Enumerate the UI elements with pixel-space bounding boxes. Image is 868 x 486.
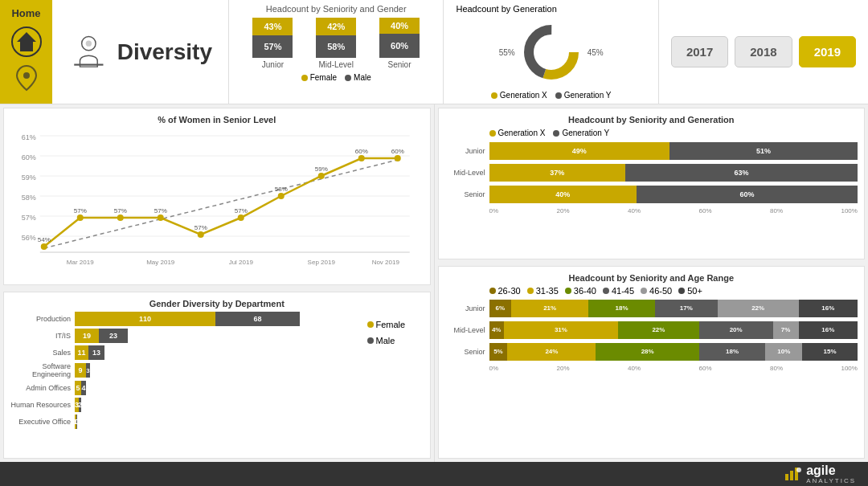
genX-pct: 55% [499, 48, 515, 57]
year-2017-button[interactable]: 2017 [671, 36, 728, 67]
midlevel-age-label: Mid-Level [445, 326, 489, 334]
svg-point-30 [395, 155, 401, 161]
svg-text:Jul 2019: Jul 2019 [229, 259, 254, 266]
right-panel: Headcount by Seniority and Generation Ge… [435, 104, 869, 462]
svg-point-28 [318, 173, 325, 179]
male-legend-dot [345, 75, 351, 81]
headcount-generation-section: Headcount by Generation 55% 45% Generati… [444, 0, 658, 104]
gender-dept-content: Production 110 68 IT/IS 19 23 [10, 312, 424, 431]
svg-text:58%: 58% [275, 186, 288, 193]
age-50plus-dot [678, 288, 685, 294]
svg-text:58%: 58% [22, 194, 36, 202]
age-31-35-label: 31-35 [536, 286, 559, 296]
donut-area: 55% 45% [456, 14, 645, 91]
age-axis-20: 20% [557, 365, 570, 372]
svg-text:Mar 2019: Mar 2019 [67, 259, 94, 266]
genY-seniority-dot [553, 130, 559, 137]
sales-female-bar: 11 [75, 345, 88, 360]
age-50plus-legend: 50+ [678, 286, 702, 296]
midlevel-age-bar: 4% 31% 22% 20% 7% 16% [489, 321, 858, 339]
j-26-30: 6% [489, 300, 512, 317]
junior-gen-label: Junior [445, 147, 489, 155]
admin-row: Admin Offices 5 4 [10, 381, 367, 395]
sales-label: Sales [10, 349, 75, 357]
genY-seniority-label: Generation Y [562, 129, 609, 137]
exec-label: Executive Office [10, 418, 75, 426]
male-dept-legend: Male [367, 336, 424, 345]
m-41-45: 20% [699, 321, 773, 339]
svg-point-25 [198, 231, 204, 238]
age-36-40-label: 36-40 [574, 286, 596, 296]
j-41-45: 17% [655, 300, 718, 317]
svg-point-1 [23, 72, 30, 79]
itis-label: IT/IS [10, 332, 75, 340]
genX-legend-label: Generation X [500, 91, 547, 100]
age-26-30-legend: 26-30 [489, 286, 521, 296]
genY-legend-dot [555, 92, 562, 99]
year-2019-button[interactable]: 2019 [799, 36, 856, 67]
generation-title: Headcount by Generation [456, 4, 645, 14]
se-male-bar: 3 [86, 363, 90, 378]
production-bar-wrapper: 110 68 [75, 312, 367, 326]
admin-bar-wrapper: 5 4 [75, 381, 367, 395]
junior-bar-group: 43% 57% Junior [248, 18, 297, 69]
axis-40: 40% [628, 207, 641, 214]
svg-point-26 [238, 214, 244, 221]
itis-row: IT/IS 19 23 [10, 329, 367, 343]
svg-point-22 [77, 214, 84, 221]
seniority-gender-title: Headcount by Seniority and Gender [241, 4, 431, 14]
se-bar-wrapper: 9 3 [75, 363, 367, 378]
midlevel-genY-seg: 63% [625, 164, 858, 182]
age-41-45-label: 41-45 [612, 286, 634, 296]
junior-age-label: Junior [445, 304, 489, 312]
age-36-40-dot [565, 288, 571, 294]
svg-point-29 [358, 155, 365, 161]
svg-line-20 [44, 160, 398, 248]
hr-label: Human Resources [10, 401, 75, 409]
age-range-title: Headcount by Seniority and Age Range [445, 273, 858, 283]
axis-60: 60% [699, 207, 712, 214]
genY-seniority-legend: Generation Y [553, 129, 609, 137]
women-chart-container: % of Women in Senior Level 61% 60% 59% 5… [3, 108, 431, 285]
genX-legend-dot [491, 92, 497, 99]
senior-age-bar: 5% 24% 28% 18% 10% 15% [489, 343, 858, 361]
svg-text:May 2019: May 2019 [146, 259, 175, 266]
genX-seniority-dot [489, 130, 496, 137]
age-31-35-legend: 31-35 [527, 286, 559, 296]
sales-male-bar: 13 [88, 345, 104, 360]
male-dept-label: Male [376, 336, 395, 345]
junior-label: Junior [262, 60, 284, 69]
women-chart-title: % of Women in Senior Level [10, 115, 424, 125]
headcount-seniority-section: Headcount by Seniority and Gender 43% 57… [229, 0, 444, 104]
seniority-gen-bars: Junior 49% 51% Mid-Level 37% 63% [445, 142, 858, 203]
left-panel: % of Women in Senior Level 61% 60% 59% 5… [0, 104, 435, 462]
header: Home Diversity Headcount by Seniority an… [0, 0, 868, 104]
home-icon [10, 26, 43, 58]
svg-text:59%: 59% [315, 165, 328, 173]
midlevel-female-bar: 42% [316, 18, 356, 35]
age-axis-80: 80% [770, 365, 783, 372]
age-26-30-label: 26-30 [498, 286, 521, 296]
home-button[interactable]: Home [0, 0, 52, 104]
senior-female-bar: 40% [379, 18, 420, 34]
age-41-45-legend: 41-45 [603, 286, 634, 296]
junior-genY-seg: 51% [669, 142, 858, 160]
age-46-50-label: 46-50 [649, 286, 672, 296]
svg-text:59%: 59% [22, 174, 36, 182]
axis-0: 0% [489, 207, 499, 214]
male-dept-dot [367, 337, 374, 344]
diversity-section: Diversity [52, 0, 229, 104]
analytics-sub: ANALYTICS [806, 477, 856, 484]
agile-logo: agile ANALYTICS [784, 464, 856, 484]
senior-stacked-bar: 40% 60% [379, 18, 420, 58]
svg-text:57%: 57% [194, 224, 207, 231]
s-41-45: 18% [699, 343, 766, 361]
gender-legend: Female Male [241, 73, 431, 82]
midlevel-male-bar: 58% [316, 35, 356, 58]
age-axis-0: 0% [489, 365, 499, 372]
genY-legend-item: Generation Y [555, 91, 612, 100]
svg-text:57%: 57% [114, 207, 127, 214]
year-2018-button[interactable]: 2018 [735, 36, 792, 67]
se-label: Software Engineering [10, 362, 75, 378]
junior-genX-seg: 49% [489, 142, 670, 160]
